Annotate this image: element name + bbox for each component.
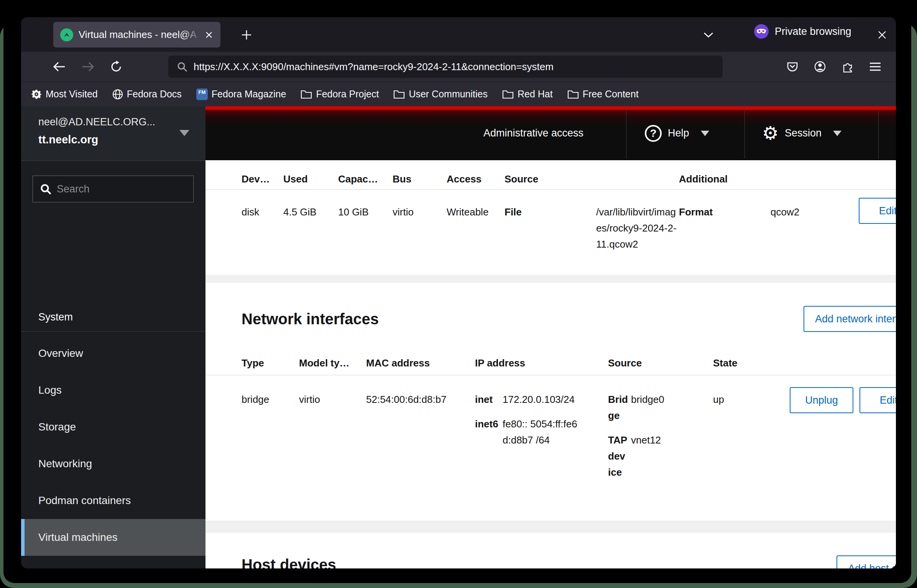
gear-icon: ⚙ — [762, 125, 779, 142]
window-close-icon[interactable] — [873, 26, 891, 44]
col-header-additional: Additional — [679, 171, 728, 187]
col-header-source: Source — [608, 355, 642, 371]
ip-entry: inet 172.20.0.103/24 — [475, 391, 586, 407]
sidebar-item-storage[interactable]: Storage — [21, 409, 205, 445]
fm-badge-icon: FM — [196, 89, 208, 100]
disk-bus: virtio — [393, 204, 414, 220]
host-devices-card: Host devices Add host device — [205, 533, 896, 568]
bookmark-red-hat[interactable]: Red Hat — [502, 89, 553, 100]
sidebar-item-podman-containers[interactable]: Podman containers — [21, 482, 205, 519]
network-interfaces-card: Network interfaces Add network interface… — [205, 283, 896, 521]
tab-strip: Virtual machines - neel@A Private browsi… — [21, 17, 896, 52]
inet-value: 172.20.0.103/24 — [503, 391, 583, 407]
browser-tab[interactable]: Virtual machines - neel@A — [53, 22, 220, 48]
col-header-capacity: Capac… — [338, 171, 378, 187]
col-header-type: Type — [242, 355, 264, 371]
list-all-tabs-chevron-icon[interactable] — [699, 26, 718, 44]
url-bar[interactable]: https://X.X.X.X:9090/machines#vm?name=ro… — [168, 56, 723, 78]
host-switcher[interactable]: neel@AD.NEELC.ORG... tt.neelc.org — [21, 106, 205, 161]
search-icon — [177, 61, 187, 72]
gear-icon — [31, 89, 42, 100]
cockpit-favicon-icon — [60, 28, 73, 41]
bookmark-user-communities[interactable]: User Communities — [393, 89, 488, 100]
private-mask-icon — [754, 24, 769, 39]
add-network-interface-button[interactable]: Add network interface — [804, 306, 896, 332]
sidebar-section-system: System — [38, 307, 73, 327]
admin-access-indicator[interactable]: Administrative access — [483, 106, 583, 160]
reload-button[interactable] — [105, 56, 127, 77]
iface-mac: 52:54:00:6d:d8:b7 — [366, 391, 447, 407]
sidebar-item-accounts[interactable]: Accounts — [21, 556, 205, 568]
col-header-device: Dev… — [242, 171, 270, 187]
help-icon: ? — [645, 125, 662, 142]
iface-edit-button[interactable]: Edit — [859, 387, 896, 413]
disk-format-value: qcow2 — [771, 204, 799, 220]
private-browsing-badge: Private browsing — [754, 24, 851, 39]
host-switcher-caret-icon — [179, 130, 189, 136]
search-input[interactable] — [57, 183, 172, 195]
iface-state: up — [713, 391, 724, 407]
bookmark-fedora-magazine[interactable]: FM Fedora Magazine — [196, 89, 286, 100]
tab-title: Virtual machines - neel@A — [79, 29, 201, 41]
col-header-state: State — [713, 355, 738, 371]
cockpit-sidebar: neel@AD.NEELC.ORG... tt.neelc.org System… — [21, 106, 205, 568]
bookmarks-toolbar: Most Visited Fedora Docs FM Fedora Magaz… — [21, 82, 896, 106]
disk-capacity: 10 GiB — [338, 204, 369, 220]
logged-in-user: neel@AD.NEELC.ORG... — [38, 116, 190, 128]
add-host-device-button[interactable]: Add host device — [836, 555, 896, 568]
sidebar-item-logs[interactable]: Logs — [21, 372, 205, 409]
sidebar-search[interactable] — [33, 176, 194, 202]
help-menu[interactable]: ? Help — [645, 106, 709, 160]
disk-format-label: Format — [679, 204, 713, 220]
forward-button[interactable] — [77, 56, 99, 77]
inet6-value: fe80:: 5054:ff:fe6d:d8b7 /64 — [503, 416, 582, 448]
globe-icon — [112, 89, 123, 100]
sidebar-item-networking[interactable]: Networking — [21, 445, 205, 482]
extensions-puzzle-icon[interactable] — [834, 56, 861, 77]
bridge-value: bridge0 — [631, 391, 664, 424]
pocket-icon[interactable] — [779, 56, 806, 77]
disk-edit-button[interactable]: Edit — [859, 198, 896, 224]
bookmark-free-content[interactable]: Free Content — [567, 89, 639, 100]
session-menu[interactable]: ⚙ Session — [762, 106, 841, 160]
col-header-model: Model ty… — [299, 355, 349, 371]
firefox-window: Virtual machines - neel@A Private browsi… — [21, 17, 896, 568]
cockpit-main: Administrative access ? Help ⚙ Session D… — [205, 106, 896, 568]
bookmark-fedora-docs[interactable]: Fedora Docs — [112, 89, 182, 100]
iface-type: bridge — [242, 391, 269, 407]
col-header-ip: IP address — [475, 355, 525, 371]
iface-model: virtio — [299, 391, 320, 407]
disk-used: 4.5 GiB — [283, 204, 317, 220]
disk-source-path: /var/lib/libvirt/images/rocky9-2024-2-11… — [596, 204, 677, 252]
sidebar-item-virtual-machines[interactable]: Virtual machines — [21, 519, 205, 556]
back-button[interactable] — [49, 56, 70, 77]
bookmark-most-visited[interactable]: Most Visited — [31, 89, 98, 100]
account-icon[interactable] — [806, 56, 834, 77]
host-name: tt.neelc.org — [38, 133, 190, 146]
url-text: https://X.X.X.X:9090/machines#vm?name=ro… — [194, 61, 554, 73]
source-entry: TAP device vnet12 — [608, 432, 700, 480]
masthead-divider — [626, 108, 626, 159]
menu-hamburger-icon[interactable] — [861, 56, 889, 77]
table-header-divider — [205, 189, 896, 190]
sidebar-nav: Overview Logs Storage Networking Podman … — [21, 335, 205, 568]
chevron-down-icon — [833, 131, 841, 136]
ip-entry: inet6 fe80:: 5054:ff:fe6d:d8b7 /64 — [475, 416, 586, 448]
network-interfaces-title: Network interfaces — [242, 308, 379, 330]
col-header-mac: MAC address — [366, 355, 430, 371]
new-tab-button[interactable] — [237, 26, 256, 44]
col-header-bus: Bus — [393, 171, 411, 187]
unplug-button[interactable]: Unplug — [790, 387, 853, 413]
sidebar-item-overview[interactable]: Overview — [21, 335, 205, 372]
navigation-toolbar: https://X.X.X.X:9090/machines#vm?name=ro… — [21, 52, 896, 82]
col-header-source: Source — [505, 171, 538, 187]
disk-access: Writeable — [447, 204, 488, 220]
bookmark-fedora-project[interactable]: Fedora Project — [301, 89, 379, 100]
bridge-label: Bridge — [608, 391, 628, 424]
private-browsing-label: Private browsing — [775, 26, 851, 38]
tab-close-icon[interactable] — [204, 30, 214, 39]
sidebar-divider — [21, 331, 205, 332]
iface-ip-cell: inet 172.20.0.103/24 inet6 fe80:: 5054:f… — [475, 391, 586, 457]
table-header-divider — [205, 375, 896, 375]
chevron-down-icon — [701, 131, 709, 136]
